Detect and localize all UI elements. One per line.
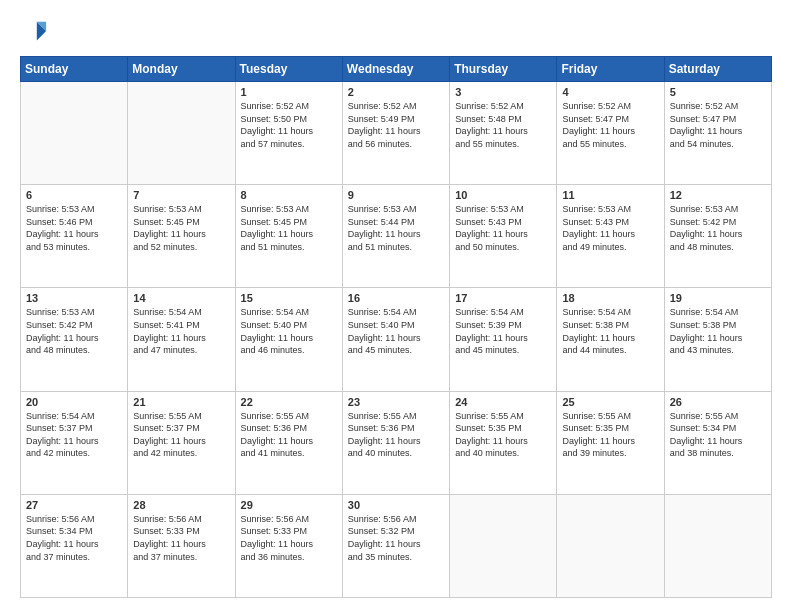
day-number: 12 <box>670 189 766 201</box>
calendar-cell <box>664 494 771 597</box>
calendar-cell: 7Sunrise: 5:53 AM Sunset: 5:45 PM Daylig… <box>128 185 235 288</box>
day-number: 6 <box>26 189 122 201</box>
day-number: 17 <box>455 292 551 304</box>
day-number: 4 <box>562 86 658 98</box>
day-number: 23 <box>348 396 444 408</box>
day-info: Sunrise: 5:56 AM Sunset: 5:34 PM Dayligh… <box>26 513 122 563</box>
calendar-week-row: 13Sunrise: 5:53 AM Sunset: 5:42 PM Dayli… <box>21 288 772 391</box>
calendar-cell: 21Sunrise: 5:55 AM Sunset: 5:37 PM Dayli… <box>128 391 235 494</box>
day-info: Sunrise: 5:53 AM Sunset: 5:42 PM Dayligh… <box>670 203 766 253</box>
weekday-header: Sunday <box>21 57 128 82</box>
day-number: 5 <box>670 86 766 98</box>
day-info: Sunrise: 5:54 AM Sunset: 5:38 PM Dayligh… <box>670 306 766 356</box>
day-info: Sunrise: 5:53 AM Sunset: 5:46 PM Dayligh… <box>26 203 122 253</box>
calendar-week-row: 27Sunrise: 5:56 AM Sunset: 5:34 PM Dayli… <box>21 494 772 597</box>
day-info: Sunrise: 5:55 AM Sunset: 5:34 PM Dayligh… <box>670 410 766 460</box>
day-number: 21 <box>133 396 229 408</box>
calendar-cell: 24Sunrise: 5:55 AM Sunset: 5:35 PM Dayli… <box>450 391 557 494</box>
day-info: Sunrise: 5:53 AM Sunset: 5:45 PM Dayligh… <box>133 203 229 253</box>
day-info: Sunrise: 5:52 AM Sunset: 5:47 PM Dayligh… <box>670 100 766 150</box>
day-number: 16 <box>348 292 444 304</box>
weekday-header: Monday <box>128 57 235 82</box>
day-number: 1 <box>241 86 337 98</box>
day-number: 22 <box>241 396 337 408</box>
day-info: Sunrise: 5:54 AM Sunset: 5:37 PM Dayligh… <box>26 410 122 460</box>
calendar-cell <box>21 82 128 185</box>
day-info: Sunrise: 5:55 AM Sunset: 5:35 PM Dayligh… <box>562 410 658 460</box>
calendar-cell <box>450 494 557 597</box>
day-number: 27 <box>26 499 122 511</box>
day-number: 28 <box>133 499 229 511</box>
day-info: Sunrise: 5:54 AM Sunset: 5:38 PM Dayligh… <box>562 306 658 356</box>
day-info: Sunrise: 5:55 AM Sunset: 5:36 PM Dayligh… <box>241 410 337 460</box>
day-info: Sunrise: 5:52 AM Sunset: 5:47 PM Dayligh… <box>562 100 658 150</box>
calendar-cell: 1Sunrise: 5:52 AM Sunset: 5:50 PM Daylig… <box>235 82 342 185</box>
day-info: Sunrise: 5:53 AM Sunset: 5:43 PM Dayligh… <box>562 203 658 253</box>
calendar-cell <box>557 494 664 597</box>
calendar-cell: 14Sunrise: 5:54 AM Sunset: 5:41 PM Dayli… <box>128 288 235 391</box>
day-number: 8 <box>241 189 337 201</box>
calendar-cell: 23Sunrise: 5:55 AM Sunset: 5:36 PM Dayli… <box>342 391 449 494</box>
day-info: Sunrise: 5:52 AM Sunset: 5:50 PM Dayligh… <box>241 100 337 150</box>
day-info: Sunrise: 5:54 AM Sunset: 5:39 PM Dayligh… <box>455 306 551 356</box>
calendar-cell: 26Sunrise: 5:55 AM Sunset: 5:34 PM Dayli… <box>664 391 771 494</box>
day-info: Sunrise: 5:52 AM Sunset: 5:49 PM Dayligh… <box>348 100 444 150</box>
calendar-cell: 17Sunrise: 5:54 AM Sunset: 5:39 PM Dayli… <box>450 288 557 391</box>
day-number: 20 <box>26 396 122 408</box>
calendar-cell: 4Sunrise: 5:52 AM Sunset: 5:47 PM Daylig… <box>557 82 664 185</box>
day-number: 19 <box>670 292 766 304</box>
day-number: 15 <box>241 292 337 304</box>
calendar-cell: 13Sunrise: 5:53 AM Sunset: 5:42 PM Dayli… <box>21 288 128 391</box>
weekday-header: Wednesday <box>342 57 449 82</box>
day-info: Sunrise: 5:53 AM Sunset: 5:43 PM Dayligh… <box>455 203 551 253</box>
day-number: 13 <box>26 292 122 304</box>
calendar-cell: 12Sunrise: 5:53 AM Sunset: 5:42 PM Dayli… <box>664 185 771 288</box>
day-number: 25 <box>562 396 658 408</box>
calendar-week-row: 6Sunrise: 5:53 AM Sunset: 5:46 PM Daylig… <box>21 185 772 288</box>
calendar-cell: 11Sunrise: 5:53 AM Sunset: 5:43 PM Dayli… <box>557 185 664 288</box>
day-info: Sunrise: 5:53 AM Sunset: 5:45 PM Dayligh… <box>241 203 337 253</box>
calendar-cell: 5Sunrise: 5:52 AM Sunset: 5:47 PM Daylig… <box>664 82 771 185</box>
day-info: Sunrise: 5:54 AM Sunset: 5:40 PM Dayligh… <box>241 306 337 356</box>
weekday-header: Saturday <box>664 57 771 82</box>
calendar-cell: 22Sunrise: 5:55 AM Sunset: 5:36 PM Dayli… <box>235 391 342 494</box>
calendar-cell: 28Sunrise: 5:56 AM Sunset: 5:33 PM Dayli… <box>128 494 235 597</box>
calendar-table: SundayMondayTuesdayWednesdayThursdayFrid… <box>20 56 772 598</box>
day-number: 29 <box>241 499 337 511</box>
calendar-cell <box>128 82 235 185</box>
day-info: Sunrise: 5:53 AM Sunset: 5:44 PM Dayligh… <box>348 203 444 253</box>
day-number: 9 <box>348 189 444 201</box>
day-number: 30 <box>348 499 444 511</box>
calendar-cell: 18Sunrise: 5:54 AM Sunset: 5:38 PM Dayli… <box>557 288 664 391</box>
calendar-cell: 27Sunrise: 5:56 AM Sunset: 5:34 PM Dayli… <box>21 494 128 597</box>
calendar-cell: 6Sunrise: 5:53 AM Sunset: 5:46 PM Daylig… <box>21 185 128 288</box>
day-info: Sunrise: 5:53 AM Sunset: 5:42 PM Dayligh… <box>26 306 122 356</box>
day-info: Sunrise: 5:56 AM Sunset: 5:33 PM Dayligh… <box>133 513 229 563</box>
logo <box>20 18 52 46</box>
day-number: 7 <box>133 189 229 201</box>
logo-icon <box>20 18 48 46</box>
day-number: 24 <box>455 396 551 408</box>
day-number: 18 <box>562 292 658 304</box>
page: SundayMondayTuesdayWednesdayThursdayFrid… <box>0 0 792 612</box>
weekday-header: Tuesday <box>235 57 342 82</box>
day-number: 14 <box>133 292 229 304</box>
day-info: Sunrise: 5:52 AM Sunset: 5:48 PM Dayligh… <box>455 100 551 150</box>
calendar-cell: 3Sunrise: 5:52 AM Sunset: 5:48 PM Daylig… <box>450 82 557 185</box>
calendar-cell: 30Sunrise: 5:56 AM Sunset: 5:32 PM Dayli… <box>342 494 449 597</box>
calendar-cell: 29Sunrise: 5:56 AM Sunset: 5:33 PM Dayli… <box>235 494 342 597</box>
day-number: 3 <box>455 86 551 98</box>
weekday-header: Thursday <box>450 57 557 82</box>
day-info: Sunrise: 5:56 AM Sunset: 5:32 PM Dayligh… <box>348 513 444 563</box>
header <box>20 18 772 46</box>
calendar-cell: 15Sunrise: 5:54 AM Sunset: 5:40 PM Dayli… <box>235 288 342 391</box>
calendar-cell: 20Sunrise: 5:54 AM Sunset: 5:37 PM Dayli… <box>21 391 128 494</box>
day-number: 2 <box>348 86 444 98</box>
day-number: 11 <box>562 189 658 201</box>
calendar-cell: 25Sunrise: 5:55 AM Sunset: 5:35 PM Dayli… <box>557 391 664 494</box>
day-number: 26 <box>670 396 766 408</box>
calendar-cell: 2Sunrise: 5:52 AM Sunset: 5:49 PM Daylig… <box>342 82 449 185</box>
day-info: Sunrise: 5:54 AM Sunset: 5:40 PM Dayligh… <box>348 306 444 356</box>
day-info: Sunrise: 5:54 AM Sunset: 5:41 PM Dayligh… <box>133 306 229 356</box>
calendar-week-row: 1Sunrise: 5:52 AM Sunset: 5:50 PM Daylig… <box>21 82 772 185</box>
